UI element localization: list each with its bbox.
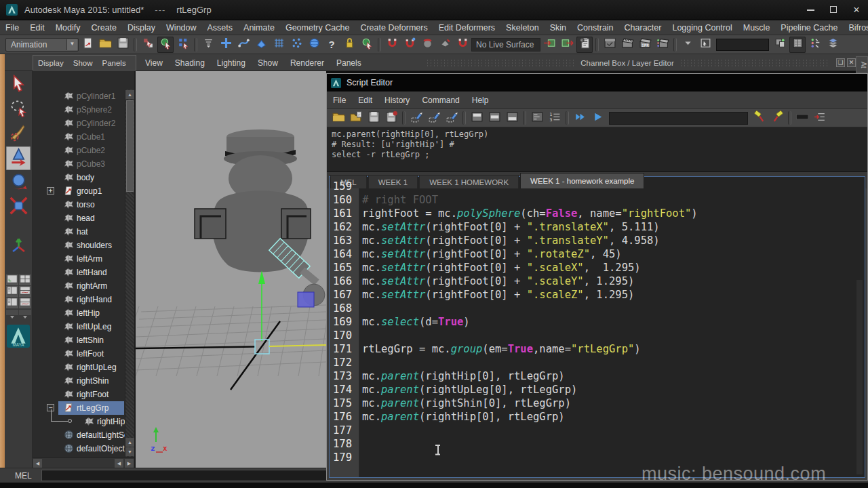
outliner-item[interactable]: leftHip: [33, 306, 124, 320]
outliner-item[interactable]: rightHand: [33, 293, 124, 306]
separator[interactable]: [378, 38, 381, 52]
paint-select-tool[interactable]: [6, 122, 31, 146]
help-line[interactable]: ?: [323, 37, 340, 53]
outliner-item[interactable]: pCylinder1: [33, 89, 124, 103]
code-line[interactable]: 163 mc.setAttr(rightFoot[0] + ".translat…: [330, 235, 865, 248]
menu-display[interactable]: Display: [122, 20, 161, 35]
restore-panel-icon[interactable]: ❏: [836, 58, 845, 67]
separator[interactable]: [595, 38, 599, 52]
script-editor-menu-help[interactable]: Help: [466, 96, 495, 105]
viewport-menu-lighting[interactable]: Lighting: [211, 58, 252, 68]
render-view[interactable]: [601, 37, 618, 53]
code-line[interactable]: 167 mc.setAttr(rightFoot[0] + ".scaleZ",…: [330, 289, 865, 302]
input-connections[interactable]: [541, 37, 557, 53]
snap-menus[interactable]: [200, 37, 216, 53]
render-current-frame[interactable]: [619, 37, 635, 53]
outliner-item[interactable]: leftShin: [33, 333, 124, 347]
command-swatch[interactable]: [794, 110, 810, 126]
live-surface-magnet[interactable]: [454, 37, 471, 53]
outliner-item[interactable]: rightArm: [33, 279, 124, 293]
outliner-item[interactable]: rightUpLeg: [33, 361, 124, 374]
script-editor-menu-command[interactable]: Command: [416, 96, 465, 105]
menu-assets[interactable]: Assets: [202, 20, 239, 35]
snap-magnet-point[interactable]: [401, 37, 418, 53]
show-history-pane[interactable]: [469, 110, 485, 126]
scroll-up-icon[interactable]: ▲: [125, 90, 134, 99]
code-line[interactable]: 170: [330, 329, 865, 343]
layout-dropdown-icon[interactable]: [6, 310, 18, 315]
viewport-menu-view[interactable]: View: [139, 58, 169, 68]
script-input-pane[interactable]: 159 160 # right FOOT 161 rightFoot = mc.…: [329, 176, 865, 478]
snap-grid[interactable]: [218, 37, 234, 53]
menu-create[interactable]: Create: [86, 20, 123, 35]
menu-bifrost[interactable]: Bifrost: [843, 20, 868, 35]
separator[interactable]: [402, 111, 406, 125]
script-editor-toggle[interactable]: [576, 37, 593, 53]
outliner-item[interactable]: pSphere2: [33, 103, 124, 117]
viewport-menu-show[interactable]: Show: [252, 58, 284, 68]
layout-persp-curve[interactable]: [19, 298, 31, 308]
outliner-menu-display[interactable]: Display: [33, 59, 68, 67]
open-script[interactable]: [330, 110, 347, 126]
sort-order[interactable]: [772, 37, 788, 53]
menu-edit-deformers[interactable]: Edit Deformers: [433, 20, 500, 35]
snap-plane[interactable]: [253, 37, 269, 53]
code-line[interactable]: 174 mc.parent(rightUpLeg[0], rtLegGrp): [330, 384, 865, 397]
tab-week1-homework-example[interactable]: WEEK 1 - homework example: [520, 173, 644, 188]
select-by-name[interactable]: [697, 37, 713, 53]
menu-modify[interactable]: Modify: [50, 20, 86, 35]
lock-selection[interactable]: [341, 37, 357, 53]
snap-sphere[interactable]: [306, 37, 322, 53]
show-line-numbers[interactable]: [529, 110, 545, 126]
outliner-item[interactable]: defaultLightSe: [33, 428, 124, 442]
code-line[interactable]: 173 mc.parent(rightHip[0], rtLegGrp): [330, 370, 865, 384]
output-connections[interactable]: [559, 37, 575, 53]
outliner-item[interactable]: leftUpLeg: [33, 320, 124, 333]
tab-week1-homework[interactable]: WEEK 1 HOMEWORK: [419, 175, 519, 188]
viewport-menu-shading[interactable]: Shading: [169, 58, 211, 68]
quick-select-dropdown[interactable]: [679, 37, 696, 53]
scroll-left-icon[interactable]: ◀: [115, 459, 123, 468]
outliner-item[interactable]: hat: [33, 225, 124, 239]
select-hierarchy[interactable]: [140, 37, 156, 53]
scrollbar-thumb[interactable]: [126, 100, 134, 192]
scale-tool[interactable]: [6, 195, 31, 219]
clear-history[interactable]: [408, 110, 425, 126]
save-script[interactable]: [366, 110, 382, 126]
snap-curve[interactable]: [235, 37, 252, 53]
outliner-item[interactable]: rtLegGrp: [33, 401, 124, 415]
lasso-select-tool[interactable]: [6, 98, 31, 121]
layout-dropdown-icon[interactable]: [19, 310, 31, 315]
highlight-selection[interactable]: [359, 37, 375, 53]
execute[interactable]: [589, 110, 606, 126]
tab-week1[interactable]: WEEK 1: [368, 175, 418, 188]
outliner-menu-show[interactable]: Show: [68, 59, 98, 67]
menu-geometry-cache[interactable]: Geometry Cache: [280, 20, 355, 35]
viewport-menu-renderer[interactable]: Renderer: [284, 58, 330, 68]
tool-settings-toggle[interactable]: [807, 37, 823, 53]
scroll-up-icon[interactable]: ▲: [125, 438, 134, 447]
scroll-right-icon[interactable]: ▶: [125, 459, 134, 468]
outliner-item[interactable]: rightShin: [33, 374, 124, 388]
select-tool[interactable]: [6, 73, 31, 97]
execute-all[interactable]: [572, 110, 588, 126]
outliner-item[interactable]: pCube2: [33, 144, 124, 157]
code-line[interactable]: 179: [330, 451, 865, 465]
show-both-panes[interactable]: [486, 110, 502, 126]
select-component[interactable]: [175, 37, 191, 53]
code-line[interactable]: 178: [330, 438, 865, 451]
separator[interactable]: [462, 111, 466, 125]
layout-persp-outliner[interactable]: [6, 286, 18, 297]
scroll-down-icon[interactable]: ▼: [125, 447, 134, 456]
separator[interactable]: [788, 111, 791, 125]
live-surface-field[interactable]: [471, 38, 540, 52]
save-script-to-shelf[interactable]: [383, 110, 399, 126]
command-line-mode[interactable]: MEL: [15, 471, 32, 481]
goto-line[interactable]: [812, 110, 828, 126]
attribute-editor-toggle[interactable]: [825, 37, 841, 53]
close-panel-icon[interactable]: ✕: [847, 58, 856, 67]
outliner-item[interactable]: torso: [33, 198, 124, 211]
menu-window[interactable]: Window: [161, 20, 201, 35]
menu-pipeline-cache[interactable]: Pipeline Cache: [775, 20, 843, 35]
layout-persp-graph[interactable]: [19, 286, 31, 297]
